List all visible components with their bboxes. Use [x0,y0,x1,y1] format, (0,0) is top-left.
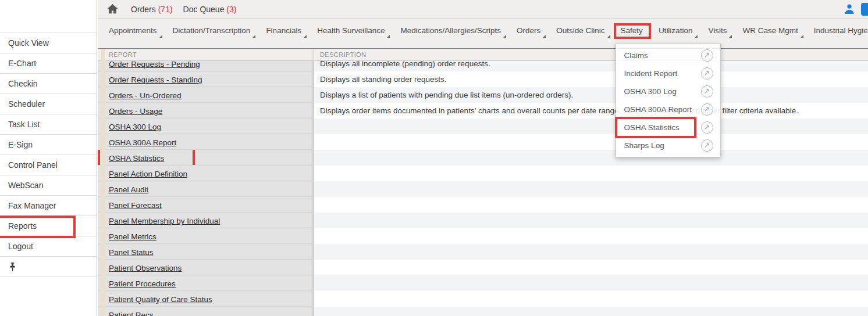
tab-dropdown-corner-icon [695,35,698,38]
table-row: Patient Procedures [98,275,868,291]
menu-item-incident-report[interactable]: Incident Report ↗ [616,64,720,82]
tab-orders[interactable]: Orders [510,23,547,39]
report-link-panel-metrics[interactable]: Panel Metrics [109,232,156,241]
menu-item-sharps-log[interactable]: Sharps Log ↗ [616,137,720,155]
tab-health-surveillance[interactable]: Health Surveillance [311,23,391,39]
tab-dropdown-corner-icon [543,35,546,38]
tab-dictation-transcription[interactable]: Dictation/Transcription [166,23,257,39]
report-description [314,213,868,228]
sidebar-item-e-chart[interactable]: E-Chart [0,53,97,74]
tab-dropdown-corner-icon [252,35,255,38]
sidebar-item-reports-label: Reports [8,221,37,231]
tab-dropdown-corner-icon [729,35,732,38]
tab-dropdown-corner-icon [801,35,803,38]
pushpin-icon[interactable] [8,262,17,272]
table-row: Panel Status [98,244,868,260]
tab-dropdown-corner-icon [159,35,162,38]
topnav-orders-label: Orders [131,5,156,14]
app-window: Quick View E-Chart Checkin Scheduler Tas… [0,0,868,316]
tab-visits[interactable]: Visits [702,23,733,39]
report-description [314,197,868,213]
sidebar-item-reports[interactable]: Reports [0,216,97,236]
table-row: Patient Quality of Care Status [98,291,868,307]
report-description: Displays all standing order requests. [314,71,868,87]
open-report-icon[interactable]: ↗ [701,103,713,116]
report-link-patient-procedures[interactable]: Patient Procedures [109,279,176,288]
table-row: OSHA 300A Report [98,134,868,150]
topnav-doc-queue[interactable]: Doc Queue (3) [183,5,237,14]
menu-item-osha-300-log[interactable]: OSHA 300 Log ↗ [616,82,720,100]
tab-financials[interactable]: Financials [259,23,308,39]
table-row: Patient Observations [98,260,868,275]
sidebar-item-checkin[interactable]: Checkin [0,74,97,94]
open-report-icon[interactable]: ↗ [701,85,713,98]
report-link-panel-action-definition[interactable]: Panel Action Definition [109,170,187,178]
report-description [314,291,868,307]
table-row: Panel Action Definition [98,166,868,181]
report-description: Displays order items documented in patie… [314,103,868,119]
top-bar: Orders (71) Doc Queue (3) [98,0,868,19]
report-link-osha-300a-report[interactable]: OSHA 300A Report [109,138,176,147]
user-badge-cutoff[interactable] [861,3,868,16]
sidebar-item-e-sign[interactable]: E-Sign [0,135,97,155]
report-description [314,150,868,166]
open-report-icon[interactable]: ↗ [701,49,713,62]
menu-item-osha-statistics[interactable]: OSHA Statistics ↗ [616,119,720,137]
tab-safety[interactable]: Safety [614,23,649,39]
sidebar-pin-row[interactable] [0,257,97,277]
tab-appointments[interactable]: Appointments [102,23,163,39]
report-link-panel-membership-by-individual[interactable]: Panel Membership by Individual [109,217,220,225]
table-row: Orders - UsageDisplays order items docum… [98,103,868,119]
report-link-patient-quality-of-care-status[interactable]: Patient Quality of Care Status [109,295,212,304]
tab-outside-clinic[interactable]: Outside Clinic [550,23,611,39]
report-link-orders-un-ordered[interactable]: Orders - Un-Ordered [109,91,182,100]
sidebar: Quick View E-Chart Checkin Scheduler Tas… [0,0,97,316]
open-report-icon[interactable]: ↗ [701,121,713,134]
open-report-icon[interactable]: ↗ [701,67,713,80]
sidebar-item-fax-manager[interactable]: Fax Manager [0,196,97,216]
table-row: Panel Metrics [98,228,868,244]
table-header-row: REPORT DESCRIPTION [98,49,868,61]
column-header-report: REPORT [98,49,314,60]
report-description [314,244,868,260]
menu-item-osha-300a-report[interactable]: OSHA 300A Report ↗ [616,100,720,119]
menu-item-claims[interactable]: Claims ↗ [616,46,720,64]
tab-dropdown-corner-icon [607,35,610,38]
open-report-icon[interactable]: ↗ [701,139,713,152]
home-icon[interactable] [107,4,118,14]
report-link-orders-usage[interactable]: Orders - Usage [109,107,162,116]
user-person-icon[interactable] [844,3,855,15]
tab-dropdown-corner-icon [503,35,506,38]
tab-medications-allergies-scripts[interactable]: Medications/Allergies/Scripts [394,23,507,39]
tab-utilization[interactable]: Utilization [652,23,699,39]
report-link-panel-audit[interactable]: Panel Audit [109,185,148,194]
tab-wr-case-mgmt[interactable]: WR Case Mgmt [736,23,804,39]
report-link-osha-300-log[interactable]: OSHA 300 Log [109,123,161,131]
reports-table: REPORT DESCRIPTION Order Requests - Pend… [98,49,868,316]
report-description [314,260,868,275]
sidebar-item-quick-view[interactable]: Quick View [0,33,97,53]
topnav-orders[interactable]: Orders (71) [131,5,173,14]
sidebar-item-webscan[interactable]: WebScan [0,175,97,196]
tab-industrial-hygiene[interactable]: Industrial Hygiene [807,23,868,39]
table-row: OSHA Statistics [98,150,868,166]
report-link-panel-forecast[interactable]: Panel Forecast [109,201,162,210]
report-link-order-requests-pending[interactable]: Order Requests - Pending [109,60,200,69]
table-row: Orders - Un-OrderedDisplays a list of pa… [98,87,868,103]
report-link-order-requests-standing[interactable]: Order Requests - Standing [109,76,202,84]
sidebar-header-space [0,0,97,33]
sidebar-item-control-panel[interactable]: Control Panel [0,155,97,175]
report-link-patient-recs[interactable]: Patient Recs [109,311,154,316]
table-body: Order Requests - PendingDisplays all inc… [98,56,868,316]
tab-safety-wrapper: Safety Claims ↗ Incident Report ↗ OSHA 3… [614,23,649,39]
report-link-patient-observations[interactable]: Patient Observations [109,264,182,272]
table-row: OSHA 300 Log [98,119,868,134]
report-link-panel-status[interactable]: Panel Status [109,248,154,257]
sidebar-item-task-list[interactable]: Task List [0,114,97,135]
tab-dropdown-corner-icon [304,35,307,38]
report-link-osha-statistics[interactable]: OSHA Statistics [109,154,164,163]
sidebar-item-logout[interactable]: Logout [0,236,97,257]
tab-dropdown-corner-icon [387,35,390,38]
safety-dropdown-menu: Claims ↗ Incident Report ↗ OSHA 300 Log … [616,44,721,157]
sidebar-item-scheduler[interactable]: Scheduler [0,94,97,114]
